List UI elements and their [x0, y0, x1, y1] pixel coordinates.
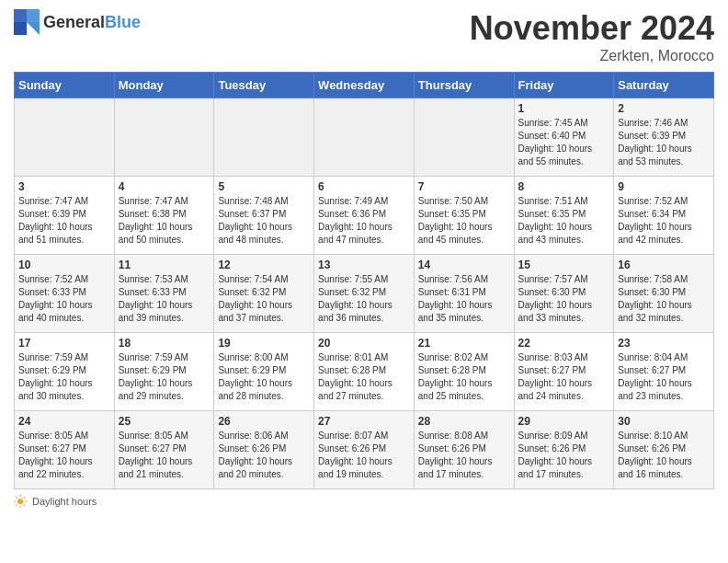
svg-line-10 [24, 505, 25, 506]
day-number: 2 [618, 102, 710, 115]
calendar-cell: 17Sunrise: 7:59 AM Sunset: 6:29 PM Dayli… [15, 333, 115, 411]
location-title: Zerkten, Morocco [470, 48, 714, 64]
day-number: 21 [418, 337, 510, 350]
day-info: Sunrise: 8:06 AM Sunset: 6:26 PM Dayligh… [218, 430, 310, 481]
month-title: November 2024 [470, 9, 714, 48]
calendar-cell: 21Sunrise: 8:02 AM Sunset: 6:28 PM Dayli… [414, 333, 514, 411]
calendar-cell: 7Sunrise: 7:50 AM Sunset: 6:35 PM Daylig… [414, 177, 514, 255]
day-info: Sunrise: 7:49 AM Sunset: 6:36 PM Dayligh… [318, 195, 410, 247]
calendar-cell: 4Sunrise: 7:47 AM Sunset: 6:38 PM Daylig… [114, 177, 214, 255]
calendar-cell: 18Sunrise: 7:59 AM Sunset: 6:29 PM Dayli… [114, 333, 214, 411]
calendar-cell: 15Sunrise: 7:57 AM Sunset: 6:30 PM Dayli… [514, 255, 614, 333]
calendar-body: 1Sunrise: 7:45 AM Sunset: 6:40 PM Daylig… [15, 98, 714, 489]
calendar-cell: 13Sunrise: 7:55 AM Sunset: 6:32 PM Dayli… [314, 255, 415, 333]
calendar-cell: 27Sunrise: 8:07 AM Sunset: 6:26 PM Dayli… [314, 411, 415, 489]
calendar-cell: 19Sunrise: 8:00 AM Sunset: 6:29 PM Dayli… [214, 333, 314, 411]
svg-line-12 [16, 505, 17, 506]
day-info: Sunrise: 8:09 AM Sunset: 6:26 PM Dayligh… [518, 430, 610, 481]
day-info: Sunrise: 7:59 AM Sunset: 6:29 PM Dayligh… [18, 351, 110, 403]
day-number: 29 [518, 415, 610, 428]
calendar-cell: 9Sunrise: 7:52 AM Sunset: 6:34 PM Daylig… [614, 177, 714, 255]
day-number: 7 [418, 180, 510, 193]
calendar-header-row: SundayMondayTuesdayWednesdayThursdayFrid… [15, 73, 714, 98]
logo: GeneralBlue [14, 9, 141, 35]
day-info: Sunrise: 8:00 AM Sunset: 6:29 PM Dayligh… [218, 351, 310, 403]
day-info: Sunrise: 7:46 AM Sunset: 6:39 PM Dayligh… [618, 117, 710, 168]
day-number: 8 [518, 180, 610, 193]
day-info: Sunrise: 8:05 AM Sunset: 6:27 PM Dayligh… [119, 430, 210, 481]
calendar-table: SundayMondayTuesdayWednesdayThursdayFrid… [14, 72, 714, 489]
day-number: 1 [518, 102, 610, 115]
calendar-week-row: 24Sunrise: 8:05 AM Sunset: 6:27 PM Dayli… [15, 411, 714, 489]
day-number: 11 [119, 259, 210, 271]
sun-icon [14, 495, 27, 508]
day-number: 17 [18, 337, 110, 350]
day-info: Sunrise: 7:55 AM Sunset: 6:32 PM Dayligh… [318, 273, 410, 325]
day-info: Sunrise: 7:53 AM Sunset: 6:33 PM Dayligh… [119, 273, 210, 325]
day-info: Sunrise: 8:08 AM Sunset: 6:26 PM Dayligh… [418, 430, 510, 481]
day-info: Sunrise: 7:47 AM Sunset: 6:38 PM Dayligh… [119, 195, 210, 247]
day-header-tuesday: Tuesday [214, 73, 314, 98]
day-header-wednesday: Wednesday [314, 73, 415, 98]
logo-blue-text: Blue [105, 13, 141, 31]
calendar-week-row: 17Sunrise: 7:59 AM Sunset: 6:29 PM Dayli… [15, 333, 714, 411]
calendar-week-row: 10Sunrise: 7:52 AM Sunset: 6:33 PM Dayli… [15, 255, 714, 333]
calendar-cell: 22Sunrise: 8:03 AM Sunset: 6:27 PM Dayli… [514, 333, 614, 411]
day-info: Sunrise: 8:05 AM Sunset: 6:27 PM Dayligh… [18, 430, 110, 481]
day-number: 23 [618, 337, 710, 350]
day-info: Sunrise: 7:52 AM Sunset: 6:34 PM Dayligh… [618, 195, 710, 247]
day-number: 15 [518, 259, 610, 271]
calendar-cell: 8Sunrise: 7:51 AM Sunset: 6:35 PM Daylig… [514, 177, 614, 255]
calendar-cell: 12Sunrise: 7:54 AM Sunset: 6:32 PM Dayli… [214, 255, 314, 333]
day-number: 24 [18, 415, 110, 428]
day-info: Sunrise: 7:51 AM Sunset: 6:35 PM Dayligh… [518, 195, 610, 247]
day-info: Sunrise: 8:02 AM Sunset: 6:28 PM Dayligh… [418, 351, 510, 403]
header: GeneralBlue November 2024 Zerkten, Moroc… [14, 9, 714, 64]
day-info: Sunrise: 7:50 AM Sunset: 6:35 PM Dayligh… [418, 195, 510, 247]
logo-general-text: General [43, 13, 105, 31]
svg-line-11 [24, 497, 25, 498]
calendar-cell [214, 98, 314, 177]
calendar-cell: 14Sunrise: 7:56 AM Sunset: 6:31 PM Dayli… [414, 255, 514, 333]
day-info: Sunrise: 7:48 AM Sunset: 6:37 PM Dayligh… [218, 195, 310, 247]
calendar-week-row: 3Sunrise: 7:47 AM Sunset: 6:39 PM Daylig… [15, 177, 714, 255]
day-number: 13 [318, 259, 410, 271]
svg-point-4 [17, 499, 23, 504]
day-number: 26 [218, 415, 310, 428]
calendar-cell: 30Sunrise: 8:10 AM Sunset: 6:26 PM Dayli… [614, 411, 714, 489]
day-info: Sunrise: 8:03 AM Sunset: 6:27 PM Dayligh… [518, 351, 610, 403]
svg-line-9 [16, 497, 17, 498]
calendar-cell: 5Sunrise: 7:48 AM Sunset: 6:37 PM Daylig… [214, 177, 314, 255]
calendar-cell: 25Sunrise: 8:05 AM Sunset: 6:27 PM Dayli… [114, 411, 214, 489]
day-info: Sunrise: 7:56 AM Sunset: 6:31 PM Dayligh… [418, 273, 510, 325]
logo-icon [14, 9, 40, 35]
day-number: 16 [618, 259, 710, 271]
day-header-sunday: Sunday [15, 73, 115, 98]
day-number: 28 [418, 415, 510, 428]
day-number: 6 [318, 180, 410, 193]
footer-note: Daylight hours [14, 495, 714, 508]
calendar-cell: 26Sunrise: 8:06 AM Sunset: 6:26 PM Dayli… [214, 411, 314, 489]
day-info: Sunrise: 7:52 AM Sunset: 6:33 PM Dayligh… [18, 273, 110, 325]
calendar-cell [15, 98, 115, 177]
calendar-week-row: 1Sunrise: 7:45 AM Sunset: 6:40 PM Daylig… [15, 98, 714, 177]
calendar-cell [114, 98, 214, 177]
calendar-cell: 1Sunrise: 7:45 AM Sunset: 6:40 PM Daylig… [514, 98, 614, 177]
day-info: Sunrise: 7:58 AM Sunset: 6:30 PM Dayligh… [618, 273, 710, 325]
svg-rect-0 [14, 9, 27, 22]
calendar-cell: 28Sunrise: 8:08 AM Sunset: 6:26 PM Dayli… [414, 411, 514, 489]
day-info: Sunrise: 7:59 AM Sunset: 6:29 PM Dayligh… [119, 351, 210, 403]
day-header-saturday: Saturday [614, 73, 714, 98]
daylight-hours-label: Daylight hours [32, 496, 97, 507]
calendar-cell: 11Sunrise: 7:53 AM Sunset: 6:33 PM Dayli… [114, 255, 214, 333]
calendar-cell: 24Sunrise: 8:05 AM Sunset: 6:27 PM Dayli… [15, 411, 115, 489]
day-number: 14 [418, 259, 510, 271]
day-number: 3 [18, 180, 110, 193]
calendar-cell: 20Sunrise: 8:01 AM Sunset: 6:28 PM Dayli… [314, 333, 415, 411]
calendar-cell: 16Sunrise: 7:58 AM Sunset: 6:30 PM Dayli… [614, 255, 714, 333]
day-header-friday: Friday [514, 73, 614, 98]
day-header-thursday: Thursday [414, 73, 514, 98]
svg-rect-1 [27, 9, 40, 22]
calendar-cell: 6Sunrise: 7:49 AM Sunset: 6:36 PM Daylig… [314, 177, 415, 255]
day-number: 18 [119, 337, 210, 350]
